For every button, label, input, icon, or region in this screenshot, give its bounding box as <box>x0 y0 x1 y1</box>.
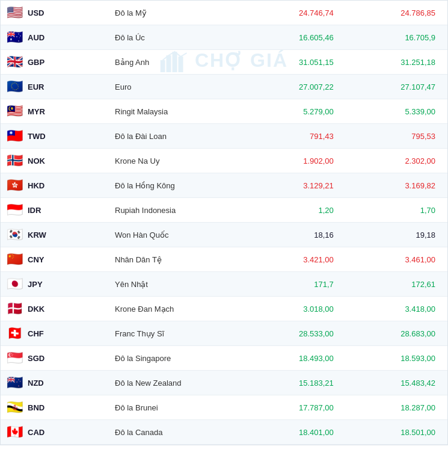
sell-price: 31.251,18 <box>346 50 447 75</box>
currency-code: USD <box>28 8 44 17</box>
table-row: 🇹🇼 TWD Đô la Đài Loan 791,43 795,53 <box>1 124 447 149</box>
currency-name: Đô la New Zealand <box>109 371 247 395</box>
currency-flag: 🇳🇿 <box>7 376 23 389</box>
table-row: 🇨🇭 CHF Franc Thụy Sĩ 28.533,00 28.683,00 <box>1 321 447 346</box>
sell-price: 28.683,00 <box>346 321 447 346</box>
currency-code-cell: 🇰🇷 KRW <box>1 223 109 247</box>
buy-price: 15.183,21 <box>247 371 346 395</box>
currency-code: MYR <box>28 107 45 116</box>
currency-code-cell: 🇨🇦 CAD <box>1 420 109 445</box>
currency-name: Franc Thụy Sĩ <box>109 321 247 346</box>
currency-flag: 🇬🇧 <box>7 55 23 69</box>
currency-code-cell: 🇯🇵 JPY <box>1 272 109 297</box>
currency-code-cell: 🇹🇼 TWD <box>1 124 109 149</box>
table-row: 🇩🇰 DKK Krone Đan Mạch 3.018,00 3.418,00 <box>1 297 447 321</box>
sell-price: 3.418,00 <box>346 297 447 321</box>
svg-rect-3 <box>178 57 183 72</box>
buy-price: 1.902,00 <box>247 149 346 173</box>
currency-code-cell: 🇬🇧 GBP <box>1 50 109 75</box>
buy-price: 1,20 <box>247 198 346 223</box>
buy-price: 171,7 <box>247 272 346 297</box>
currency-code: HKD <box>28 181 44 190</box>
currency-code-cell: 🇺🇸 USD <box>1 1 109 25</box>
sell-price: 172,61 <box>346 272 447 297</box>
svg-rect-1 <box>166 55 171 72</box>
table-row: 🇨🇦 CAD Đô la Canada 18.401,00 18.501,00 <box>1 420 447 445</box>
currency-code: NOK <box>28 156 45 165</box>
buy-price: 18,16 <box>247 223 346 247</box>
currency-name: Ringit Malaysia <box>109 99 247 124</box>
currency-code: JPY <box>28 280 43 289</box>
buy-price: 28.533,00 <box>247 321 346 346</box>
currency-name: Rupiah Indonesia <box>109 198 247 223</box>
table-row: 🇨🇳 CNY Nhân Dân Tệ 3.421,00 3.461,00 <box>1 247 447 272</box>
currency-code: AUD <box>28 33 44 42</box>
currency-code: CAD <box>28 428 44 437</box>
sell-price: 18.287,00 <box>346 395 447 420</box>
currency-code: SGD <box>28 354 44 363</box>
currency-name: Krone Đan Mạch <box>109 297 247 321</box>
currency-flag: 🇮🇩 <box>7 203 23 217</box>
table-row: 🇳🇴 NOK Krone Na Uy 1.902,00 2.302,00 <box>1 149 447 173</box>
table-row: 🇦🇺 AUD Đô la Úc 16.605,46 16.705,9 <box>1 25 447 50</box>
table-row: 🇧🇳 BND Đô la Brunei 17.787,00 18.287,00 <box>1 395 447 420</box>
watermark-logo: CHỢ GIÁ <box>160 48 288 72</box>
currency-code: EUR <box>28 82 44 91</box>
sell-price: 18.593,00 <box>346 346 447 371</box>
currency-code-cell: 🇦🇺 AUD <box>1 25 109 50</box>
table-row: 🇳🇿 NZD Đô la New Zealand 15.183,21 15.48… <box>1 371 447 395</box>
sell-price: 3.461,00 <box>346 247 447 272</box>
currency-code-cell: 🇨🇭 CHF <box>1 321 109 346</box>
buy-price: 27.007,22 <box>247 75 346 99</box>
currency-flag: 🇲🇾 <box>7 105 23 118</box>
currency-name: Euro <box>109 75 247 99</box>
currency-name: Đô la Mỹ <box>109 1 247 25</box>
currency-flag: 🇸🇬 <box>7 351 23 365</box>
table-row: 🇭🇰 HKD Đô la Hồng Kông 3.129,21 3.169,82 <box>1 173 447 198</box>
sell-price: 15.483,42 <box>346 371 447 395</box>
currency-code-cell: 🇧🇳 BND <box>1 395 109 420</box>
currency-code-cell: 🇭🇰 HKD <box>1 173 109 198</box>
watermark-text: CHỢ GIÁ <box>195 49 288 72</box>
buy-price: 3.129,21 <box>247 173 346 198</box>
currency-code-cell: 🇮🇩 IDR <box>1 198 109 223</box>
buy-price: 18.493,00 <box>247 346 346 371</box>
table-row: 🇯🇵 JPY Yên Nhật 171,7 172,61 <box>1 272 447 297</box>
currency-flag: 🇯🇵 <box>7 277 23 291</box>
currency-flag: 🇨🇭 <box>7 327 23 340</box>
buy-price: 5.279,00 <box>247 99 346 124</box>
currency-name: Đô la Úc <box>109 25 247 50</box>
svg-rect-0 <box>160 60 165 72</box>
currency-name: Yên Nhật <box>109 272 247 297</box>
sell-price: 795,53 <box>346 124 447 149</box>
currency-name: Nhân Dân Tệ <box>109 247 247 272</box>
currency-flag: 🇨🇳 <box>7 253 23 266</box>
currency-code-cell: 🇳🇿 NZD <box>1 371 109 395</box>
sell-price: 1,70 <box>346 198 447 223</box>
currency-flag: 🇺🇸 <box>7 6 23 19</box>
currency-code-cell: 🇩🇰 DKK <box>1 297 109 321</box>
currency-flag: 🇦🇺 <box>7 31 23 44</box>
currency-table-wrapper: CHỢ GIÁ 🇺🇸 USD Đô la Mỹ 24.746,74 24.786… <box>0 0 448 445</box>
currency-flag: 🇧🇳 <box>7 401 23 414</box>
sell-price: 19,18 <box>346 223 447 247</box>
currency-name: Krone Na Uy <box>109 149 247 173</box>
sell-price: 5.339,00 <box>346 99 447 124</box>
table-row: 🇮🇩 IDR Rupiah Indonesia 1,20 1,70 <box>1 198 447 223</box>
currency-code-cell: 🇲🇾 MYR <box>1 99 109 124</box>
sell-price: 2.302,00 <box>346 149 447 173</box>
currency-code-cell: 🇳🇴 NOK <box>1 149 109 173</box>
currency-name: Won Hàn Quốc <box>109 223 247 247</box>
currency-code: IDR <box>28 206 41 215</box>
currency-code: BND <box>28 403 44 412</box>
buy-price: 16.605,46 <box>247 25 346 50</box>
currency-code-cell: 🇨🇳 CNY <box>1 247 109 272</box>
sell-price: 16.705,9 <box>346 25 447 50</box>
currency-code: CHF <box>28 329 44 338</box>
currency-name: Đô la Canada <box>109 420 247 445</box>
buy-price: 3.421,00 <box>247 247 346 272</box>
currency-code: KRW <box>28 230 46 240</box>
currency-flag: 🇹🇼 <box>7 129 23 143</box>
table-row: 🇰🇷 KRW Won Hàn Quốc 18,16 19,18 <box>1 223 447 247</box>
table-row: 🇪🇺 EUR Euro 27.007,22 27.107,47 <box>1 75 447 99</box>
